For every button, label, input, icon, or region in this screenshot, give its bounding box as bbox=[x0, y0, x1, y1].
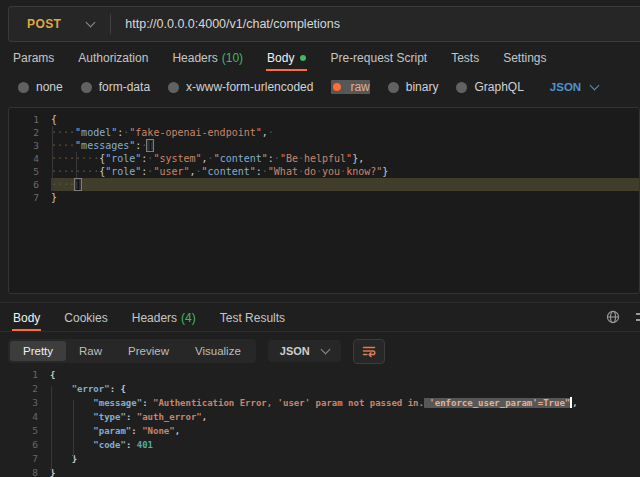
request-url-bar: POST http://0.0.0.0:4000/v1/chat/complet… bbox=[8, 6, 640, 42]
body-type-x-www-form-urlencoded[interactable]: x-www-form-urlencoded bbox=[168, 80, 313, 94]
body-type-selector: noneform-datax-www-form-urlencodedrawbin… bbox=[0, 72, 640, 102]
line-number: 4 bbox=[8, 410, 50, 424]
tab-label: Settings bbox=[503, 51, 546, 65]
url-input[interactable]: http://0.0.0.0:4000/v1/chat/completions bbox=[111, 17, 640, 31]
code-text: "message": "Authentication Error, 'user'… bbox=[50, 396, 640, 410]
code-text: "type": "auth_error", bbox=[50, 410, 640, 424]
api-client-window: POST http://0.0.0.0:4000/v1/chat/complet… bbox=[0, 6, 640, 477]
chevron-down-icon bbox=[320, 345, 330, 355]
view-raw[interactable]: Raw bbox=[66, 341, 115, 361]
wrap-text-button[interactable] bbox=[353, 339, 385, 364]
code-line: 6 "code": 401 bbox=[8, 438, 640, 452]
method-dropdown[interactable]: POST bbox=[9, 17, 94, 31]
request-tabs: ParamsAuthorizationHeaders(10)BodyPre-re… bbox=[0, 42, 640, 72]
line-number: 7 bbox=[8, 452, 50, 466]
response-tab-list: BodyCookiesHeaders(4)Test Results bbox=[12, 302, 308, 332]
clipped-edge-icon[interactable] bbox=[636, 310, 640, 324]
view-pretty[interactable]: Pretty bbox=[10, 341, 66, 361]
radio-icon bbox=[331, 81, 343, 93]
raw-language-label: JSON bbox=[550, 81, 581, 93]
raw-language-dropdown[interactable]: JSON bbox=[550, 81, 598, 93]
code-line: 4········{"role":·"system",·"content":·"… bbox=[9, 152, 639, 165]
code-text: { bbox=[50, 368, 640, 382]
indent-guide bbox=[51, 386, 52, 470]
response-language-dropdown[interactable]: JSON bbox=[268, 340, 341, 362]
code-text: ····"model":·"fake-openai-endpoint",· bbox=[51, 126, 639, 139]
code-line: 4 "type": "auth_error", bbox=[8, 410, 640, 424]
body-type-graphql[interactable]: GraphQL bbox=[456, 80, 523, 94]
indent-guide bbox=[73, 400, 74, 456]
line-number: 2 bbox=[8, 382, 50, 396]
code-text: ····"messages":·[ bbox=[51, 139, 639, 152]
radio-icon bbox=[456, 82, 467, 93]
request-tab-headers[interactable]: Headers(10) bbox=[171, 44, 244, 71]
response-tabs: BodyCookiesHeaders(4)Test Results bbox=[0, 303, 640, 332]
line-number: 2 bbox=[9, 126, 51, 139]
code-line: 7} bbox=[9, 191, 639, 204]
tab-label: Headers bbox=[132, 311, 177, 325]
code-line: 3 "message": "Authentication Error, 'use… bbox=[8, 396, 640, 410]
response-tab-body[interactable]: Body bbox=[12, 304, 41, 331]
body-type-label: form-data bbox=[99, 80, 150, 94]
line-number: 6 bbox=[9, 178, 51, 191]
radio-icon bbox=[168, 82, 179, 93]
request-body-editor[interactable]: 1{2····"model":·"fake-openai-endpoint",·… bbox=[8, 107, 640, 294]
line-number: 4 bbox=[9, 152, 51, 165]
code-text: ········{"role":·"user",·"content":·"Wha… bbox=[51, 165, 639, 178]
code-line: 1{ bbox=[8, 368, 640, 382]
request-tab-params[interactable]: Params bbox=[12, 44, 55, 71]
response-toolbar: PrettyRawPreviewVisualize JSON bbox=[8, 338, 640, 364]
code-line: 8} bbox=[8, 466, 640, 477]
line-number: 6 bbox=[8, 438, 50, 452]
code-line: 5········{"role":·"user",·"content":·"Wh… bbox=[9, 165, 639, 178]
response-tab-headers[interactable]: Headers(4) bbox=[131, 304, 197, 331]
tab-label: Pre-request Script bbox=[330, 51, 427, 65]
code-line: 2····"model":·"fake-openai-endpoint",· bbox=[9, 126, 639, 139]
body-type-none[interactable]: none bbox=[18, 80, 63, 94]
response-tab-test-results[interactable]: Test Results bbox=[219, 304, 286, 331]
line-number: 8 bbox=[8, 466, 50, 477]
view-mode-switch: PrettyRawPreviewVisualize bbox=[8, 339, 256, 363]
request-tab-body[interactable]: Body bbox=[266, 44, 307, 71]
globe-icon[interactable] bbox=[606, 310, 620, 324]
code-text: { bbox=[51, 113, 639, 126]
tab-label: Params bbox=[13, 51, 54, 65]
code-text: ········{"role":·"system",·"content":·"B… bbox=[51, 152, 639, 165]
tab-label: Body bbox=[13, 311, 40, 325]
code-line: 5 "param": "None", bbox=[8, 424, 640, 438]
response-tab-cookies[interactable]: Cookies bbox=[63, 304, 108, 331]
request-tab-authorization[interactable]: Authorization bbox=[77, 44, 149, 71]
response-body-editor[interactable]: 1{2 "error": {3 "message": "Authenticati… bbox=[8, 368, 640, 477]
request-tab-settings[interactable]: Settings bbox=[502, 44, 547, 71]
request-tab-tests[interactable]: Tests bbox=[450, 44, 480, 71]
code-line: 6····] bbox=[9, 178, 639, 191]
tab-label: Body bbox=[267, 51, 294, 65]
line-number: 1 bbox=[8, 368, 50, 382]
tab-label: Test Results bbox=[220, 311, 285, 325]
view-preview[interactable]: Preview bbox=[115, 341, 182, 361]
chevron-down-icon bbox=[590, 81, 600, 91]
word-wrap-icon bbox=[361, 343, 377, 359]
body-type-label: x-www-form-urlencoded bbox=[186, 80, 313, 94]
code-text: ····] bbox=[51, 178, 639, 191]
green-dot-icon bbox=[300, 55, 306, 61]
body-type-binary[interactable]: binary bbox=[388, 80, 439, 94]
body-type-label: none bbox=[36, 80, 63, 94]
indent-guide bbox=[52, 126, 53, 191]
request-tab-pre-request-script[interactable]: Pre-request Script bbox=[329, 44, 428, 71]
body-type-label: GraphQL bbox=[474, 80, 523, 94]
code-line: 1{ bbox=[9, 113, 639, 126]
response-language-label: JSON bbox=[280, 345, 310, 357]
radio-icon bbox=[18, 82, 29, 93]
line-number: 1 bbox=[9, 113, 51, 126]
radio-icon bbox=[388, 82, 399, 93]
code-text: } bbox=[51, 191, 639, 204]
view-visualize[interactable]: Visualize bbox=[182, 341, 254, 361]
line-number: 3 bbox=[9, 139, 51, 152]
body-type-form-data[interactable]: form-data bbox=[81, 80, 150, 94]
line-number: 3 bbox=[8, 396, 50, 410]
code-text: } bbox=[50, 452, 640, 466]
method-label: POST bbox=[27, 17, 61, 31]
code-text: "code": 401 bbox=[50, 438, 640, 452]
body-type-raw[interactable]: raw bbox=[331, 80, 369, 94]
